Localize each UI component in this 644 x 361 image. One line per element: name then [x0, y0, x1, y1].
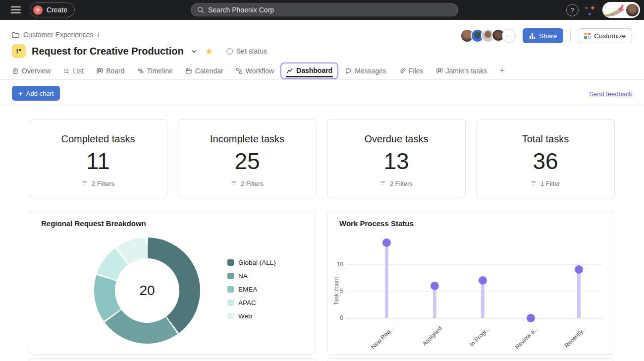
create-button[interactable]: + Create — [30, 2, 75, 17]
stat-card-value: 25 — [178, 149, 316, 174]
stat-card-completed-tasks[interactable]: Completed tasks112 Filters — [29, 119, 167, 198]
tab-label: Files — [409, 67, 424, 75]
legend-label: Global (ALL) — [238, 259, 276, 266]
data-point[interactable] — [479, 276, 487, 285]
tab-label: Overview — [22, 67, 51, 75]
data-point[interactable] — [527, 314, 535, 322]
chart-legend: Global (ALL)NAEMEAAPACWeb — [227, 259, 276, 320]
board-icon — [96, 67, 103, 74]
filter-icon — [531, 180, 537, 186]
x-axis-category-label: Recently... — [547, 325, 588, 361]
member-overflow-button[interactable]: ··· — [502, 29, 516, 43]
stat-card-title: Completed tasks — [29, 133, 167, 145]
legend-item[interactable]: NA — [227, 272, 276, 280]
filter-count-label: 1 Filter — [540, 180, 560, 187]
tab-label: Jamie's tasks — [446, 67, 487, 75]
favorite-star-icon[interactable]: ★ — [205, 47, 214, 56]
breadcrumb-link[interactable]: Customer Experiences — [23, 31, 94, 39]
set-status-label: Set status — [236, 47, 267, 55]
x-axis-category-label: Assigned — [403, 325, 443, 361]
project-board-icon[interactable] — [12, 44, 26, 58]
stat-card-incomplete-tasks[interactable]: Incomplete tasks252 Filters — [178, 119, 317, 198]
stat-card-filters[interactable]: 2 Filters — [29, 180, 167, 188]
share-button-label: Share — [539, 32, 557, 40]
top-bar: + Create Search Phoenix Corp ? ✦✦✦ — [0, 0, 644, 20]
legend-swatch — [227, 313, 234, 319]
stat-card-filters[interactable]: 1 Filter — [477, 180, 614, 188]
stat-card-total-tasks[interactable]: Total tasks361 Filter — [476, 119, 615, 198]
data-point[interactable] — [430, 282, 439, 290]
help-button[interactable]: ? — [566, 4, 579, 16]
x-axis-category-label: New Req... — [355, 325, 395, 361]
filter-icon — [82, 180, 89, 186]
tab-timeline[interactable]: Timeline — [137, 67, 173, 75]
tab-jamie-s-tasks[interactable]: Jamie's tasks — [436, 67, 487, 75]
stat-card-value: 13 — [327, 149, 465, 174]
data-point[interactable] — [575, 265, 583, 274]
tab-workflow[interactable]: Workflow — [236, 67, 274, 75]
plus-icon: + — [18, 89, 23, 98]
filter-icon — [380, 180, 387, 186]
stat-card-filters[interactable]: 2 Filters — [178, 180, 316, 188]
tab-messages[interactable]: Messages — [345, 67, 386, 75]
messages-icon — [345, 67, 352, 74]
calendar-icon — [185, 67, 192, 74]
add-chart-button[interactable]: + Add chart — [12, 86, 60, 101]
tab-dashboard[interactable]: Dashboard — [280, 62, 338, 79]
member-avatar-stack[interactable]: ··· — [460, 29, 516, 43]
card — [327, 358, 614, 361]
tab-files[interactable]: Files — [399, 67, 424, 75]
stat-card-overdue-tasks[interactable]: Overdue tasks132 Filters — [327, 119, 466, 198]
legend-label: EMEA — [238, 286, 257, 293]
asana-dashboard-page: + Create Search Phoenix Corp ? ✦✦✦ — [0, 0, 644, 361]
stat-card-title: Overdue tasks — [327, 133, 465, 145]
tab-board[interactable]: Board — [96, 67, 124, 75]
profile-menu[interactable] — [602, 2, 640, 18]
card — [29, 358, 316, 361]
donut-chart[interactable]: 20 — [94, 238, 200, 344]
legend-item[interactable]: Global (ALL) — [227, 259, 276, 266]
divider — [570, 30, 571, 42]
board-icon — [436, 67, 443, 74]
legend-item[interactable]: APAC — [227, 299, 276, 306]
ai-sparkles-icon[interactable]: ✦✦✦ — [585, 4, 596, 16]
tab-list[interactable]: List — [63, 67, 84, 75]
search-placeholder: Search Phoenix Corp — [208, 6, 274, 14]
stat-card-filters[interactable]: 2 Filters — [327, 180, 465, 188]
project-title-row: Request for Creative Production ★ Set st… — [12, 44, 267, 58]
chevron-down-icon[interactable] — [191, 48, 197, 55]
tab-overview[interactable]: Overview — [12, 67, 51, 75]
legend-item[interactable]: EMEA — [227, 286, 276, 293]
search-input[interactable]: Search Phoenix Corp — [191, 3, 458, 16]
stat-card-value: 36 — [477, 149, 614, 174]
data-point[interactable] — [382, 239, 391, 247]
hamburger-menu-icon[interactable] — [11, 6, 21, 13]
lollipop-stem — [577, 270, 581, 318]
legend-item[interactable]: Web — [227, 312, 276, 320]
tab-calendar[interactable]: Calendar — [185, 67, 223, 75]
add-tab-button[interactable]: + — [499, 65, 505, 76]
work-process-status-card: Work Process Status 0510Task countNew Re… — [327, 211, 614, 355]
status-circle-icon — [226, 48, 233, 55]
topbar-right-group: ? ✦✦✦ — [566, 0, 640, 20]
user-avatar — [626, 3, 639, 17]
legend-label: NA — [238, 272, 248, 280]
lollipop-chart[interactable]: 0510Task countNew Req...AssignedIn Progr… — [327, 211, 615, 355]
x-axis-baseline — [347, 318, 602, 318]
customize-button[interactable]: Customize — [578, 28, 632, 43]
tab-label: Messages — [355, 67, 386, 75]
tab-label: Calendar — [195, 67, 223, 75]
send-feedback-link[interactable]: Send feedback — [589, 90, 632, 98]
list-icon — [63, 67, 70, 74]
help-label: ? — [571, 6, 574, 14]
set-status-button[interactable]: Set status — [226, 47, 267, 55]
customize-button-label: Customize — [594, 32, 626, 40]
stat-card-title: Total tasks — [477, 133, 614, 145]
workflow-icon — [236, 67, 243, 74]
legend-swatch — [227, 273, 234, 279]
dashboard-icon — [286, 67, 293, 74]
phoenix-illustration-icon — [604, 3, 625, 16]
share-button[interactable]: Share — [523, 28, 563, 43]
create-button-label: Create — [47, 6, 67, 14]
lollipop-stem — [481, 280, 484, 318]
